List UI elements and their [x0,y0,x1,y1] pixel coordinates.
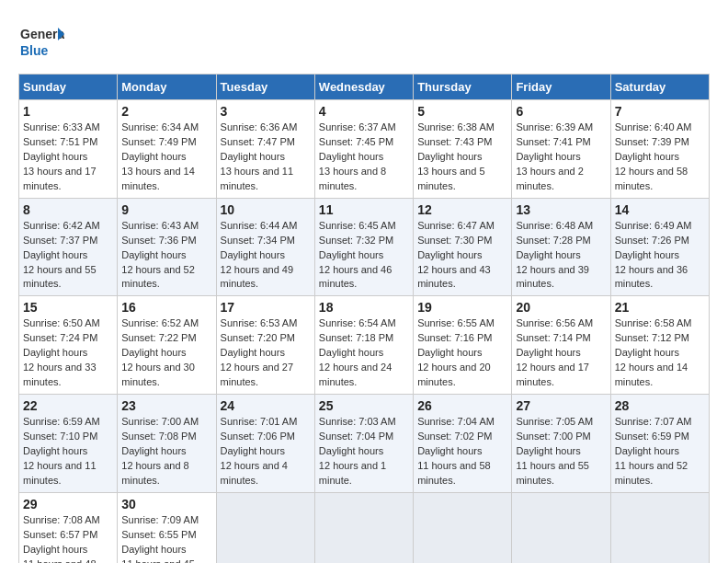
sunrise-label: Sunrise: 6:56 AM [516,317,593,328]
day-info: Sunrise: 6:59 AM Sunset: 7:10 PM Dayligh… [23,415,113,488]
sunset-label: Sunset: 7:20 PM [221,332,295,343]
day-info: Sunrise: 6:54 AM Sunset: 7:18 PM Dayligh… [319,316,409,390]
calendar-week-row: 15 Sunrise: 6:50 AM Sunset: 7:24 PM Dayl… [19,296,710,395]
sunrise-label: Sunrise: 6:50 AM [23,317,100,328]
sunset-label: Sunset: 7:43 PM [417,136,492,147]
day-number: 2 [121,104,211,119]
calendar-day-cell: 30 Sunrise: 7:09 AM Sunset: 6:55 PM Dayl… [118,492,216,563]
daylight-label: Daylight hours [417,347,482,358]
sunset-label: Sunset: 7:02 PM [417,431,492,442]
day-info: Sunrise: 6:49 AM Sunset: 7:26 PM Dayligh… [615,219,705,293]
sunset-label: Sunset: 7:28 PM [516,235,590,246]
daylight-value: 12 hours and 11 minutes. [23,460,97,486]
daylight-label: Daylight hours [121,544,186,555]
daylight-label: Daylight hours [23,249,87,260]
sunset-label: Sunset: 7:45 PM [319,136,393,147]
day-number: 13 [516,202,606,217]
calendar-day-cell: 29 Sunrise: 7:08 AM Sunset: 6:57 PM Dayl… [19,492,118,563]
calendar-week-row: 1 Sunrise: 6:33 AM Sunset: 7:51 PM Dayli… [19,100,710,199]
calendar-day-cell: 6 Sunrise: 6:39 AM Sunset: 7:41 PM Dayli… [512,100,610,199]
daylight-label: Daylight hours [121,347,186,358]
day-of-week-header: Tuesday [216,75,314,100]
calendar-header-row: SundayMondayTuesdayWednesdayThursdayFrid… [19,75,710,100]
daylight-label: Daylight hours [221,445,285,456]
daylight-value: 12 hours and 39 minutes. [516,264,589,290]
sunrise-label: Sunrise: 6:38 AM [417,121,495,132]
sunrise-label: Sunrise: 6:49 AM [615,220,692,231]
day-number: 4 [319,104,409,119]
day-info: Sunrise: 7:09 AM Sunset: 6:55 PM Dayligh… [121,513,211,563]
sunset-label: Sunset: 7:47 PM [221,136,295,147]
sunrise-label: Sunrise: 7:00 AM [121,416,199,427]
sunset-label: Sunset: 7:36 PM [121,235,196,246]
daylight-label: Daylight hours [319,445,383,456]
daylight-value: 12 hours and 52 minutes. [121,264,195,290]
sunset-label: Sunset: 7:30 PM [417,235,492,246]
day-number: 22 [23,398,113,413]
daylight-label: Daylight hours [319,151,383,162]
sunrise-label: Sunrise: 7:05 AM [516,416,593,427]
daylight-label: Daylight hours [417,249,482,260]
day-info: Sunrise: 6:43 AM Sunset: 7:36 PM Dayligh… [121,219,211,293]
calendar-day-cell: 22 Sunrise: 6:59 AM Sunset: 7:10 PM Dayl… [19,395,118,493]
sunset-label: Sunset: 6:59 PM [615,431,689,442]
daylight-value: 13 hours and 17 minutes. [23,166,97,191]
daylight-label: Daylight hours [121,151,186,162]
sunrise-label: Sunrise: 6:44 AM [221,220,298,231]
daylight-label: Daylight hours [23,445,87,456]
daylight-value: 12 hours and 27 minutes. [221,362,294,387]
daylight-label: Daylight hours [615,249,679,260]
calendar-day-cell: 16 Sunrise: 6:52 AM Sunset: 7:22 PM Dayl… [118,296,216,395]
daylight-value: 11 hours and 45 minutes. [121,558,195,563]
sunrise-label: Sunrise: 6:37 AM [319,121,396,132]
calendar-day-cell [216,492,314,563]
daylight-value: 12 hours and 36 minutes. [615,264,688,290]
calendar-day-cell: 3 Sunrise: 6:36 AM Sunset: 7:47 PM Dayli… [216,100,314,199]
daylight-value: 13 hours and 5 minutes. [417,166,484,191]
sunrise-label: Sunrise: 6:55 AM [417,317,495,328]
daylight-label: Daylight hours [221,249,285,260]
sunrise-label: Sunrise: 6:59 AM [23,416,100,427]
daylight-value: 12 hours and 4 minutes. [221,460,288,486]
sunrise-label: Sunrise: 6:39 AM [516,121,593,132]
day-info: Sunrise: 6:52 AM Sunset: 7:22 PM Dayligh… [121,316,211,390]
calendar-day-cell: 17 Sunrise: 6:53 AM Sunset: 7:20 PM Dayl… [216,296,314,395]
calendar-week-row: 22 Sunrise: 6:59 AM Sunset: 7:10 PM Dayl… [19,395,710,493]
sunset-label: Sunset: 7:14 PM [516,332,590,343]
day-number: 12 [417,202,507,217]
daylight-label: Daylight hours [516,249,580,260]
calendar-day-cell: 23 Sunrise: 7:00 AM Sunset: 7:08 PM Dayl… [118,395,216,493]
day-info: Sunrise: 6:37 AM Sunset: 7:45 PM Dayligh… [319,121,409,194]
calendar-day-cell: 8 Sunrise: 6:42 AM Sunset: 7:37 PM Dayli… [19,198,118,296]
day-number: 1 [23,104,113,119]
daylight-value: 13 hours and 14 minutes. [121,166,195,191]
day-number: 10 [221,202,311,217]
day-number: 15 [23,300,113,315]
sunrise-label: Sunrise: 6:43 AM [121,220,199,231]
calendar-day-cell [512,492,610,563]
sunset-label: Sunset: 7:32 PM [319,235,393,246]
svg-text:Blue: Blue [20,43,49,58]
calendar-day-cell: 4 Sunrise: 6:37 AM Sunset: 7:45 PM Dayli… [314,100,413,199]
calendar-day-cell: 24 Sunrise: 7:01 AM Sunset: 7:06 PM Dayl… [216,395,314,493]
day-info: Sunrise: 6:53 AM Sunset: 7:20 PM Dayligh… [221,316,311,390]
day-of-week-header: Friday [512,75,610,100]
day-number: 3 [221,104,311,119]
daylight-label: Daylight hours [121,249,186,260]
day-info: Sunrise: 6:44 AM Sunset: 7:34 PM Dayligh… [221,219,311,293]
sunrise-label: Sunrise: 7:04 AM [417,416,495,427]
daylight-value: 12 hours and 43 minutes. [417,264,491,290]
day-number: 27 [516,398,606,413]
sunset-label: Sunset: 6:57 PM [23,529,97,540]
day-number: 25 [319,398,409,413]
day-of-week-header: Thursday [414,75,512,100]
daylight-label: Daylight hours [23,544,87,555]
day-info: Sunrise: 7:05 AM Sunset: 7:00 PM Dayligh… [516,415,606,488]
sunset-label: Sunset: 7:06 PM [221,431,295,442]
day-info: Sunrise: 6:45 AM Sunset: 7:32 PM Dayligh… [319,219,409,293]
calendar-day-cell: 9 Sunrise: 6:43 AM Sunset: 7:36 PM Dayli… [118,198,216,296]
calendar-week-row: 29 Sunrise: 7:08 AM Sunset: 6:57 PM Dayl… [19,492,710,563]
daylight-label: Daylight hours [23,347,87,358]
day-info: Sunrise: 7:08 AM Sunset: 6:57 PM Dayligh… [23,513,113,563]
sunrise-label: Sunrise: 7:01 AM [221,416,298,427]
